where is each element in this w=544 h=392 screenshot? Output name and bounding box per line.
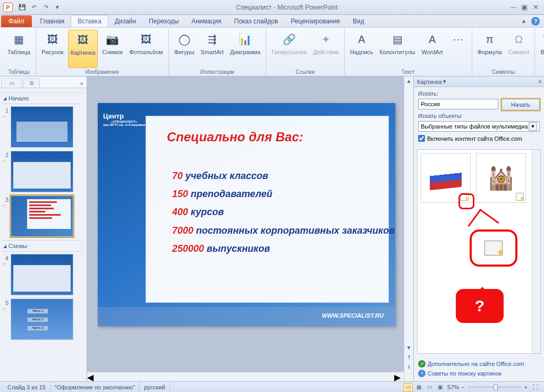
fit-window-button[interactable]: ⛶ <box>531 383 540 391</box>
zoom-in-button[interactable]: + <box>524 384 528 390</box>
slide-canvas[interactable]: Центр «СПЕЦИАЛИСТ» при МГТУ им. Н.Э.Баум… <box>98 103 395 326</box>
group-label: Таблицы <box>8 68 30 76</box>
picture-icon: 🖼 <box>44 31 61 48</box>
ribbon-tab-рецензирование[interactable]: Рецензирование <box>284 15 346 27</box>
ribbon-group-таблицы: ▦ТаблицаТаблицы <box>2 29 36 76</box>
ribbon-tab-переходы[interactable]: Переходы <box>142 15 185 27</box>
properties-badge-icon[interactable] <box>516 193 524 201</box>
hyperlink-icon: 🔗 <box>280 31 298 48</box>
slide-thumbnail-2[interactable] <box>11 151 73 192</box>
textbox-button[interactable]: AНадпись <box>348 30 376 68</box>
video-icon: 🎬 <box>540 31 544 48</box>
normal-view-button[interactable]: ▭ <box>403 383 413 391</box>
search-button[interactable]: Начать <box>502 99 540 110</box>
wordart-button[interactable]: AWordArt <box>420 30 445 68</box>
objects-label: Искать объекты: <box>418 113 540 119</box>
help-icon[interactable]: ? <box>531 17 540 25</box>
slide-body: 70 учебных классов150 преподавателей400 … <box>172 167 395 258</box>
equation-label: Формула <box>478 49 502 55</box>
cathedral-icon: 🕍 <box>487 165 515 191</box>
status-language[interactable]: русский <box>140 382 169 392</box>
horizontal-scrollbar[interactable]: ◀▶ <box>87 372 404 381</box>
ribbon-tabs: Файл ГлавнаяВставкаДизайнПереходыАнимаци… <box>0 15 544 28</box>
close-panel-icon[interactable]: × <box>80 80 83 88</box>
chart-button[interactable]: 📊Диаграмма <box>228 30 262 68</box>
section-header-schemes[interactable]: Схемы <box>2 240 82 252</box>
reading-view-button[interactable]: ▭ <box>424 383 434 391</box>
undo-icon[interactable]: ↶ <box>29 2 39 13</box>
shapes-button[interactable]: ◯Фигуры <box>172 30 197 68</box>
ribbon: ▦ТаблицаТаблицы🖼Рисунок🖼Картинка📷Снимок🖼… <box>0 28 544 76</box>
vertical-scrollbar[interactable]: ▲ ▼ ⇑ ⇓ <box>404 76 413 381</box>
pane-dropdown-icon[interactable]: ▼ <box>442 79 447 84</box>
clipart-label: Картинка <box>71 49 96 56</box>
ribbon-tab-дизайн[interactable]: Дизайн <box>108 15 142 27</box>
photoalbum-button[interactable]: 🖼Фотоальбом <box>127 30 165 68</box>
objects-select[interactable]: Выбранные типы файлов мультимедиа▼ <box>418 121 540 132</box>
picture-button[interactable]: 🖼Рисунок <box>39 30 66 68</box>
equation-button[interactable]: πФормула <box>475 30 504 68</box>
slide-thumbnail-1[interactable] <box>11 106 73 148</box>
action-icon: ✦ <box>318 31 335 48</box>
video-button[interactable]: 🎬Видео <box>538 30 544 68</box>
logo: Центр «СПЕЦИАЛИСТ» при МГТУ им. Н.Э.Баум… <box>103 113 145 126</box>
slide-bullet: 400 курсов <box>172 203 395 221</box>
group-label: Символы <box>492 68 515 76</box>
chevron-down-icon[interactable]: ▼ <box>529 122 537 131</box>
textbox-label: Надпись <box>350 49 373 55</box>
slide-thumbnail-4[interactable] <box>11 254 73 295</box>
slide-thumbnail-3[interactable] <box>11 195 73 237</box>
slide-thumbnail-5[interactable]: Часть 1Часть 2Часть 3 <box>11 299 73 340</box>
qat-more-icon[interactable]: ▾ <box>52 2 63 13</box>
pane-close-icon[interactable]: × <box>538 78 542 86</box>
zoom-slider[interactable] <box>468 386 521 388</box>
ribbon-tab-анимация[interactable]: Анимация <box>185 15 227 27</box>
ribbon-tab-вид[interactable]: Вид <box>346 15 371 27</box>
symbol-button: ΩСимвол <box>506 30 532 68</box>
headerfooter-label: Колонтитулы <box>380 49 415 55</box>
ribbon-group-иллюстрации: ◯Фигуры⇶SmartArt📊ДиаграммаИллюстрации <box>169 29 267 76</box>
ribbon-tab-вставка[interactable]: Вставка <box>71 15 108 27</box>
zoom-out-button[interactable]: − <box>461 384 464 390</box>
include-office-checkbox[interactable] <box>418 135 425 142</box>
slides-tab[interactable]: ≣ <box>23 78 40 88</box>
maximize-button[interactable]: ▣ <box>521 3 528 11</box>
headerfooter-button[interactable]: ▤Колонтитулы <box>378 30 418 68</box>
outline-tab[interactable]: ▭ <box>1 78 22 88</box>
screenshot-button[interactable]: 📷Снимок <box>100 30 125 68</box>
more-office-link[interactable]: ↗Дополнительно на сайте Office.com <box>418 360 540 368</box>
include-office-label: Включить контент сайта Office.com <box>427 135 522 142</box>
section-header-start[interactable]: Начало <box>2 92 82 104</box>
file-tab[interactable]: Файл <box>1 15 32 27</box>
minimize-ribbon-icon[interactable]: ▴ <box>520 17 528 25</box>
callout-speech-bubble: ? <box>456 289 504 323</box>
wordart-label: WordArt <box>422 49 443 55</box>
zoom-percent[interactable]: 57% <box>447 384 459 390</box>
clipart-pane-title: Картинка <box>417 79 442 85</box>
close-button[interactable]: ✕ <box>533 3 539 11</box>
properties-badge-large-icon <box>484 241 503 255</box>
ribbon-group-символы: πФормулаΩСимволСимволы <box>472 29 536 76</box>
ribbon-group-изображения: 🖼Рисунок🖼Картинка📷Снимок🖼ФотоальбомИзобр… <box>36 29 169 76</box>
results-scrollbar[interactable] <box>532 150 540 353</box>
slideshow-view-button[interactable]: ▣ <box>435 383 445 391</box>
table-button[interactable]: ▦Таблица <box>5 30 32 68</box>
table-icon: ▦ <box>11 31 28 48</box>
group-label: Ссылки <box>296 68 314 76</box>
smartart-button[interactable]: ⇶SmartArt <box>199 30 226 68</box>
slide-number: 1 <box>2 106 10 114</box>
redo-icon[interactable]: ↷ <box>40 2 51 13</box>
textbox-icon: A <box>353 31 370 48</box>
result-item-cathedral[interactable]: 🕍 <box>476 153 526 203</box>
save-icon[interactable]: 💾 <box>17 2 28 13</box>
search-tips-link[interactable]: ?Советы по поиску картинок <box>418 370 540 377</box>
minimize-button[interactable]: ─ <box>511 3 516 11</box>
search-input[interactable] <box>418 99 498 109</box>
clipart-button[interactable]: 🖼Картинка <box>68 30 98 68</box>
slide-bullet: 150 преподавателей <box>172 185 395 203</box>
slide-editor[interactable]: Центр «СПЕЦИАЛИСТ» при МГТУ им. Н.Э.Баум… <box>87 76 413 381</box>
sorter-view-button[interactable]: ▦ <box>414 383 423 391</box>
ribbon-tab-показ слайдов[interactable]: Показ слайдов <box>228 15 285 27</box>
text-extra-button[interactable]: ⋯ <box>447 30 469 68</box>
ribbon-tab-главная[interactable]: Главная <box>34 15 71 27</box>
